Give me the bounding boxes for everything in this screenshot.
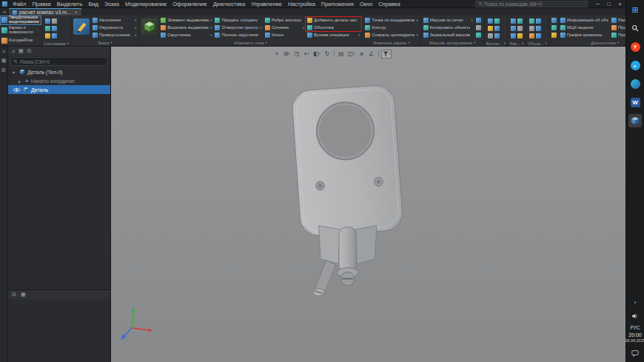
display-mode-icon[interactable]: ◐▾: [302, 50, 311, 58]
language-indicator[interactable]: РУС: [630, 325, 640, 330]
simple-hole-button[interactable]: Отверстие простое ▾: [214, 24, 262, 31]
helix-button[interactable]: Спираль цилиндрическая ▾: [364, 31, 418, 38]
aux-tool-icon[interactable]: [488, 33, 493, 38]
panel-layers-toggle-icon[interactable]: ▦: [1, 58, 7, 64]
cut-extrude-button[interactable]: Вырезать выдавливанием ▾: [160, 24, 212, 31]
menu-view[interactable]: Вид: [85, 1, 101, 7]
system-tool-icon[interactable]: [45, 33, 50, 38]
draft-button[interactable]: Уклон: [264, 31, 305, 38]
notification-button[interactable]: [631, 346, 639, 360]
system-tool-icon[interactable]: [45, 19, 50, 24]
mode-wireframe-surfaces[interactable]: Каркас и поверхности: [0, 26, 41, 36]
taskbar-search-button[interactable]: [628, 21, 642, 35]
word-app-button[interactable]: W: [628, 95, 642, 109]
symbol-tool-icon[interactable]: [529, 33, 534, 38]
start-button[interactable]: ⊞: [628, 3, 642, 16]
symbol-tool-icon[interactable]: [536, 33, 541, 38]
aux-tool-icon[interactable]: [494, 33, 500, 38]
target-snap-icon[interactable]: ⌖: [272, 50, 281, 58]
menu-management[interactable]: Управление: [248, 1, 285, 7]
array-tool-icon[interactable]: [476, 33, 481, 38]
diameter-measure-icon[interactable]: ⌀: [358, 50, 366, 58]
autoline-button[interactable]: Автолиния ▾: [92, 16, 137, 24]
panel-tree-toggle-icon[interactable]: ≡: [2, 49, 5, 54]
dimension-tool-icon[interactable]: [511, 19, 516, 24]
system-tool-icon[interactable]: [52, 33, 57, 38]
diagnostics-tool-icon[interactable]: [551, 33, 557, 38]
symbol-tool-icon[interactable]: [536, 19, 541, 24]
group-label-aux[interactable]: Вспом...▾: [485, 41, 507, 46]
minimize-button[interactable]: ─: [592, 0, 603, 8]
group-label-diagnostics[interactable]: Диагностика▾: [549, 39, 625, 46]
extrude-button[interactable]: Элемент выдавливания ▾: [160, 16, 212, 24]
extrude-big-button[interactable]: [141, 19, 158, 35]
tab-close-icon[interactable]: ×: [75, 10, 78, 15]
tree-item-root[interactable]: ▾ Деталь (Тел-0): [8, 67, 110, 76]
kompas-app-button[interactable]: [628, 114, 642, 127]
grid-display-icon[interactable]: ▤: [337, 50, 346, 58]
aux-tool-icon[interactable]: [488, 26, 493, 31]
section-view-icon[interactable]: ◧▾: [312, 50, 322, 58]
array-tool-icon[interactable]: [476, 18, 481, 23]
section-button[interactable]: Сечение ▾: [264, 24, 305, 31]
boolean-button[interactable]: Булева операция ▾: [306, 31, 360, 38]
dimension-tool-icon[interactable]: [517, 33, 523, 38]
group-label-arrays[interactable]: Массив, копирование▾: [421, 39, 484, 46]
group-label-symbols[interactable]: Обозн...▾: [526, 41, 549, 46]
edge-app-button[interactable]: [628, 77, 642, 90]
dimension-tool-icon[interactable]: [517, 19, 523, 24]
distance-angle-button[interactable]: Расстояние и угол: [611, 16, 625, 24]
menu-applications[interactable]: Приложения: [318, 1, 357, 7]
sketch-big-button[interactable]: [73, 19, 90, 35]
add-part-blank-button[interactable]: Добавить деталь-заготов...: [306, 16, 360, 24]
volume-button[interactable]: [631, 309, 639, 322]
continuity-check-button[interactable]: Проверка непрерывности: [611, 31, 625, 38]
browser-app-button[interactable]: Y: [628, 40, 642, 53]
dimension-tool-icon[interactable]: [517, 26, 523, 31]
object-info-button[interactable]: Информация об объекте: [560, 16, 609, 24]
tree-collapse-icon[interactable]: ⊟: [27, 48, 32, 54]
maximize-button[interactable]: □: [603, 0, 614, 8]
menu-modeling[interactable]: Моделирование: [122, 1, 170, 7]
grid-array-button[interactable]: Массив по сетке ▾: [423, 16, 474, 24]
angle-measure-icon[interactable]: ∠: [367, 50, 376, 58]
tree-item-origin[interactable]: ▸ + Начало координат: [8, 76, 110, 85]
mode-solid-modeling[interactable]: Твердотельное моделирование: [0, 16, 41, 26]
viewport-3d[interactable]: ⌖ ⊞▾ ◳ ◐▾ ◧▾ ↻ ▤ ◫▾ ⌀ ∠ ▾: [111, 47, 625, 362]
mode-kompasflow[interactable]: KompasFlow: [0, 36, 41, 46]
filter-icon[interactable]: ▾: [381, 50, 392, 58]
fillet-button[interactable]: Скругление ▾: [160, 31, 212, 38]
dimension-tool-icon[interactable]: [511, 26, 516, 31]
messenger-app-button[interactable]: ▸: [628, 58, 642, 72]
group-label-dims[interactable]: Раз...▾: [508, 41, 526, 46]
menu-diagnostics[interactable]: Диагностика: [210, 1, 248, 7]
symbol-tool-icon[interactable]: [529, 26, 534, 31]
expander-icon[interactable]: ▸: [19, 78, 23, 84]
tree-search-input[interactable]: [20, 59, 105, 64]
command-search[interactable]: [475, 1, 588, 7]
symbol-tool-icon[interactable]: [529, 19, 534, 24]
tree-search[interactable]: [10, 57, 108, 66]
point-by-coords-button[interactable]: Точка по координатам ▾: [364, 16, 418, 24]
system-tool-icon[interactable]: [52, 19, 57, 24]
menu-window[interactable]: Окно: [357, 1, 375, 7]
system-tool-icon[interactable]: [52, 26, 57, 31]
system-tool-icon[interactable]: [45, 26, 50, 31]
mirror-array-button[interactable]: Зеркальный массив: [423, 31, 474, 38]
clock-date[interactable]: 18.04.2025: [625, 338, 644, 343]
visibility-eye-icon[interactable]: [13, 87, 21, 93]
group-label-sketch[interactable]: Эскиз▾: [71, 39, 138, 46]
rectangle-button[interactable]: Прямоугольник ▾: [92, 31, 137, 38]
dimension-tool-icon[interactable]: [511, 33, 516, 38]
document-tab[interactable]: расчет компас v3.m... ×: [9, 8, 81, 16]
menu-help[interactable]: Справка: [375, 1, 403, 7]
diagnostics-tool-icon[interactable]: [551, 25, 557, 30]
rib-button[interactable]: Ребро жесткости: [264, 16, 305, 24]
expander-icon[interactable]: ▾: [13, 70, 17, 75]
aux-tool-icon[interactable]: [488, 19, 493, 24]
tree-view-mode-icon[interactable]: ▦: [19, 48, 24, 54]
tray-overflow-chevron[interactable]: ‹: [634, 299, 637, 306]
group-label-wireframe[interactable]: Изменить каркас▾: [363, 39, 420, 46]
projection-mode-icon[interactable]: ◫▾: [346, 50, 357, 58]
thicken-button[interactable]: Придать толщину: [214, 16, 262, 24]
